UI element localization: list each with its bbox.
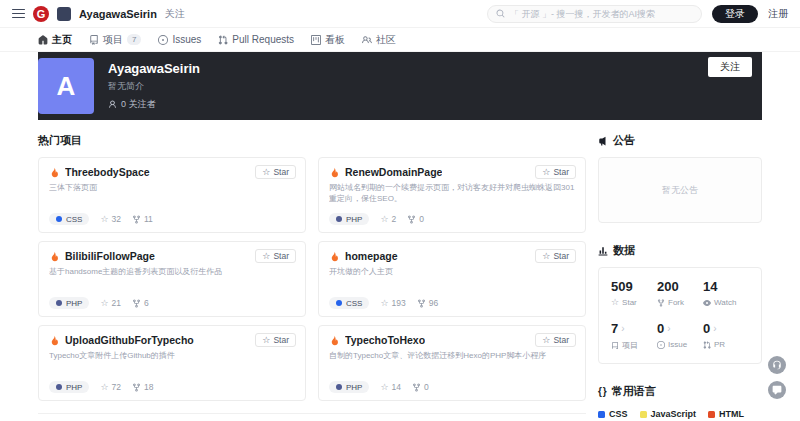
profile-followers[interactable]: 0 关注者 — [108, 98, 200, 111]
feedback-float-button[interactable] — [768, 381, 786, 399]
gitee-logo[interactable]: G — [33, 6, 49, 22]
star-count[interactable]: ☆32 — [100, 214, 121, 224]
fork-count[interactable]: 0 — [412, 382, 429, 392]
star-button[interactable]: ☆Star — [255, 249, 296, 263]
fork-icon — [132, 215, 141, 224]
fork-icon — [407, 215, 416, 224]
pull-request-icon — [703, 341, 711, 349]
languages-title: 常用语言 — [612, 384, 656, 399]
chart-icon — [598, 246, 608, 256]
login-button[interactable]: 登录 — [712, 5, 758, 23]
project-card[interactable]: BilibiliFollowPage ☆Star 基于handsome主题的追番… — [38, 241, 306, 317]
headset-icon — [772, 360, 782, 370]
community-icon — [362, 35, 372, 45]
fork-count[interactable]: 6 — [132, 298, 149, 308]
project-card[interactable]: UploadGithubForTypecho ☆Star Typecho文章附件… — [38, 325, 306, 401]
project-name[interactable]: TypechoToHexo — [345, 334, 425, 346]
follow-button[interactable]: 关注 — [708, 57, 752, 77]
tab-issues[interactable]: Issues — [158, 28, 201, 52]
fork-count[interactable]: 11 — [132, 214, 153, 224]
project-name[interactable]: homepage — [345, 250, 398, 262]
search-box[interactable] — [487, 5, 702, 23]
flame-icon — [49, 335, 60, 346]
project-description: 开坑做的个人主页 — [329, 266, 575, 297]
issue-icon — [158, 35, 168, 45]
board-icon — [311, 35, 321, 45]
project-description: Typecho文章附件上传Github的插件 — [49, 350, 295, 381]
fork-count[interactable]: 96 — [417, 298, 438, 308]
star-button[interactable]: ☆Star — [255, 165, 296, 179]
star-count[interactable]: ☆2 — [380, 214, 396, 224]
project-description: 基于handsome主题的追番列表页面以及衍生作品 — [49, 266, 295, 297]
star-icon: ☆ — [262, 336, 270, 345]
languages-section: { } 常用语言 CSS JavaScript HTML Lua PHP — [598, 384, 762, 421]
project-card[interactable]: RenewDomainPage ☆Star 网站域名到期的一个续费提示页面，对访… — [318, 157, 586, 233]
language-badge[interactable]: PHP — [329, 213, 369, 225]
project-name[interactable]: BilibiliFollowPage — [65, 250, 155, 262]
stat-projects[interactable]: 7› 项目 — [611, 321, 657, 351]
project-name[interactable]: RenewDomainPage — [345, 166, 442, 178]
profile-name: AyagawaSeirin — [108, 61, 200, 76]
followers-count: 0 关注者 — [121, 98, 156, 111]
project-description: 自制的Typecho文章、评论数据迁移到Hexo的PHP脚本小程序 — [329, 350, 575, 381]
comment-icon — [772, 385, 782, 395]
project-name[interactable]: UploadGithubForTypecho — [65, 334, 194, 346]
hamburger-menu-icon[interactable] — [12, 7, 25, 21]
star-count[interactable]: ☆193 — [380, 298, 405, 308]
service-float-button[interactable] — [768, 356, 786, 374]
star-icon: ☆ — [380, 383, 388, 392]
star-count[interactable]: ☆21 — [100, 298, 121, 308]
tab-home[interactable]: 主页 — [38, 28, 72, 52]
stat-prs[interactable]: 0› PR — [703, 321, 749, 351]
projects-count-badge: 7 — [127, 34, 141, 45]
tab-community[interactable]: 社区 — [362, 28, 396, 52]
search-input[interactable] — [510, 9, 693, 19]
star-button[interactable]: ☆Star — [535, 165, 576, 179]
fork-icon — [132, 299, 141, 308]
chevron-right-icon: › — [667, 323, 670, 334]
stat-fork[interactable]: 200 Fork — [657, 279, 703, 307]
chevron-right-icon: › — [621, 323, 624, 334]
project-name[interactable]: ThreebodySpace — [65, 166, 150, 178]
star-count[interactable]: ☆72 — [100, 382, 121, 392]
user-mini-avatar[interactable] — [57, 7, 71, 21]
fork-count[interactable]: 0 — [407, 214, 424, 224]
repo-icon — [611, 342, 619, 350]
language-item[interactable]: CSS — [598, 409, 628, 419]
fork-count[interactable]: 18 — [132, 382, 153, 392]
tab-label: 看板 — [325, 33, 345, 47]
language-badge[interactable]: CSS — [49, 213, 89, 225]
star-button[interactable]: ☆Star — [255, 333, 296, 347]
language-item[interactable]: JavaScript — [640, 409, 697, 419]
star-button[interactable]: ☆Star — [535, 249, 576, 263]
language-dot — [56, 384, 62, 390]
language-badge[interactable]: CSS — [329, 297, 369, 309]
tab-pull-requests[interactable]: Pull Requests — [218, 28, 294, 52]
issue-icon — [657, 341, 665, 349]
language-badge[interactable]: PHP — [329, 381, 369, 393]
topbar-right: 登录 注册 — [487, 5, 788, 23]
stat-star[interactable]: 509 ☆Star — [611, 279, 657, 307]
language-color-swatch — [598, 411, 605, 418]
topbar-follow-link[interactable]: 关注 — [165, 7, 185, 21]
topbar-username[interactable]: AyagawaSeirin — [79, 8, 157, 20]
language-badge[interactable]: PHP — [49, 381, 89, 393]
stat-watch[interactable]: 14 Watch — [703, 279, 749, 307]
profile-info: AyagawaSeirin 暂无简介 0 关注者 — [108, 61, 200, 111]
language-item[interactable]: HTML — [708, 409, 744, 419]
star-button[interactable]: ☆Star — [535, 333, 576, 347]
profile-avatar: A — [38, 58, 94, 114]
project-cards-grid: ThreebodySpace ☆Star 三体下落页面 CSS ☆32 11 R… — [38, 157, 586, 401]
tab-board[interactable]: 看板 — [311, 28, 345, 52]
star-count[interactable]: ☆14 — [380, 382, 401, 392]
project-card[interactable]: homepage ☆Star 开坑做的个人主页 CSS ☆193 96 — [318, 241, 586, 317]
stat-issues[interactable]: 0› Issue — [657, 321, 703, 351]
register-link[interactable]: 注册 — [768, 7, 788, 21]
language-badge[interactable]: PHP — [49, 297, 89, 309]
fork-icon — [412, 383, 421, 392]
project-card[interactable]: TypechoToHexo ☆Star 自制的Typecho文章、评论数据迁移到… — [318, 325, 586, 401]
fork-icon — [657, 299, 665, 307]
stats-title: 数据 — [613, 243, 635, 258]
project-card[interactable]: ThreebodySpace ☆Star 三体下落页面 CSS ☆32 11 — [38, 157, 306, 233]
tab-projects[interactable]: 项目 7 — [89, 28, 141, 52]
